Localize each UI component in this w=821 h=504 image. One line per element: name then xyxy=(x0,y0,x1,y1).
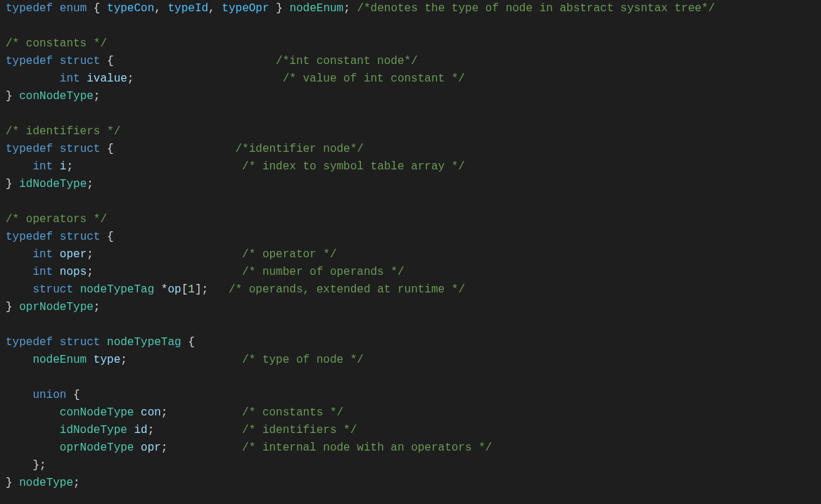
code-line: struct nodeTypeTag *op[1]; /* operands, … xyxy=(6,283,465,296)
code-line: int ivalue; /* value of int constant */ xyxy=(6,72,465,85)
code-line: typedef struct { /*identifier node*/ xyxy=(6,143,364,155)
code-line: /* constants */ xyxy=(6,37,107,50)
code-line: int i; /* index to symbol table array */ xyxy=(6,160,465,173)
code-line: typedef struct { /*int constant node*/ xyxy=(6,55,418,67)
code-line: int nops; /* number of operands */ xyxy=(6,266,405,278)
code-line: }; xyxy=(6,459,46,472)
code-line: } nodeType; xyxy=(6,477,80,489)
code-line: typedef enum { typeCon, typeId, typeOpr … xyxy=(6,2,715,15)
code-line: typedef struct nodeTypeTag { xyxy=(6,336,195,349)
code-line: } oprNodeType; xyxy=(6,301,100,314)
code-line: conNodeType con; /* constants */ xyxy=(6,406,343,419)
code-line: int oper; /* operator */ xyxy=(6,248,337,261)
code-line: union { xyxy=(6,389,80,401)
code-line: nodeEnum type; /* type of node */ xyxy=(6,354,364,366)
code-line: /* operators */ xyxy=(6,213,107,226)
code-line: } idNodeType; xyxy=(6,178,94,190)
code-line: typedef struct { xyxy=(6,231,114,243)
code-editor[interactable]: typedef enum { typeCon, typeId, typeOpr … xyxy=(6,0,815,492)
code-line: oprNodeType opr; /* internal node with a… xyxy=(6,441,492,454)
code-line: } conNodeType; xyxy=(6,90,100,103)
code-line: /* identifiers */ xyxy=(6,125,120,138)
code-line: idNodeType id; /* identifiers */ xyxy=(6,424,357,437)
